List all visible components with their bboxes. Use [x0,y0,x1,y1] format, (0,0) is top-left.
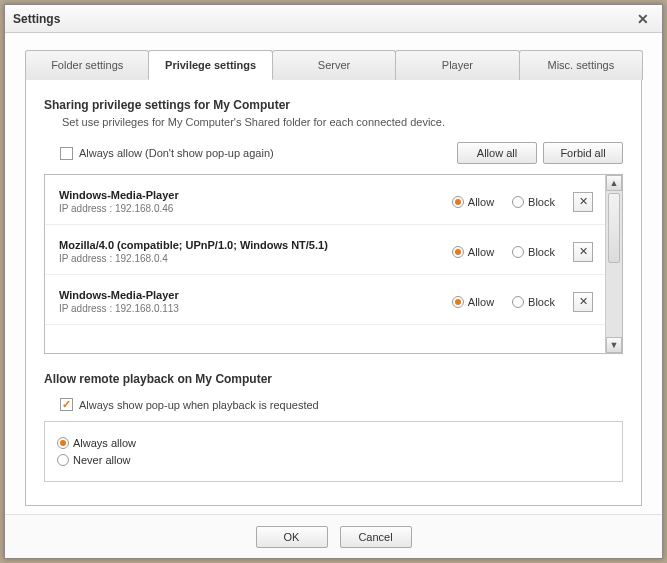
privilege-panel: Sharing privilege settings for My Comput… [25,80,642,506]
radio-icon [57,454,69,466]
block-label: Block [528,246,555,258]
device-block-radio[interactable]: Block [512,296,555,308]
device-name: Windows-Media-Player [59,289,442,301]
scroll-up-icon[interactable]: ▲ [606,175,622,191]
checkbox-icon [60,398,73,411]
scroll-track[interactable] [606,191,622,337]
sharing-desc: Set use privileges for My Computer's Sha… [62,116,623,128]
device-ip: IP address : 192.168.0.113 [59,303,442,314]
remote-always-label: Always allow [73,437,136,449]
dialog-footer: OK Cancel [5,514,662,558]
tab-folder-settings[interactable]: Folder settings [25,50,149,80]
allow-label: Allow [468,196,494,208]
radio-icon [512,296,524,308]
remote-title: Allow remote playback on My Computer [44,372,623,386]
remote-options-box: Always allow Never allow [44,421,623,482]
window-title: Settings [13,12,60,26]
device-list: Windows-Media-Player IP address : 192.16… [44,174,623,354]
device-remove-button[interactable]: ✕ [573,192,593,212]
device-allow-radio[interactable]: Allow [452,246,494,258]
scroll-down-icon[interactable]: ▼ [606,337,622,353]
device-row: Windows-Media-Player IP address : 192.16… [45,175,605,225]
scroll-thumb[interactable] [608,193,620,263]
remote-always-radio[interactable]: Always allow [57,437,610,449]
block-label: Block [528,196,555,208]
device-allow-radio[interactable]: Allow [452,296,494,308]
tab-misc-settings[interactable]: Misc. settings [519,50,643,80]
close-icon[interactable]: ✕ [632,10,654,28]
device-block-radio[interactable]: Block [512,246,555,258]
device-block-radio[interactable]: Block [512,196,555,208]
tab-player[interactable]: Player [395,50,519,80]
device-name: Windows-Media-Player [59,189,442,201]
device-remove-button[interactable]: ✕ [573,292,593,312]
radio-icon [452,246,464,258]
tab-privilege-settings[interactable]: Privilege settings [148,50,272,80]
tab-bar: Folder settings Privilege settings Serve… [25,49,642,80]
radio-icon [452,296,464,308]
remote-never-label: Never allow [73,454,130,466]
dialog-content: Folder settings Privilege settings Serve… [5,33,662,514]
allow-all-button[interactable]: Allow all [457,142,537,164]
sharing-top-row: Always allow (Don't show pop-up again) A… [44,142,623,164]
cancel-button[interactable]: Cancel [340,526,412,548]
titlebar: Settings ✕ [5,5,662,33]
device-allow-radio[interactable]: Allow [452,196,494,208]
remote-never-radio[interactable]: Never allow [57,454,610,466]
device-list-inner: Windows-Media-Player IP address : 192.16… [45,175,605,353]
radio-icon [512,196,524,208]
settings-dialog: Settings ✕ Folder settings Privilege set… [4,4,663,559]
remote-popup-label: Always show pop-up when playback is requ… [79,399,319,411]
device-remove-button[interactable]: ✕ [573,242,593,262]
tab-server[interactable]: Server [272,50,396,80]
ok-button[interactable]: OK [256,526,328,548]
radio-icon [452,196,464,208]
sharing-title: Sharing privilege settings for My Comput… [44,98,623,112]
remote-popup-checkbox[interactable]: Always show pop-up when playback is requ… [60,398,623,411]
device-ip: IP address : 192.168.0.46 [59,203,442,214]
device-row: Windows-Media-Player IP address : 192.16… [45,275,605,325]
allow-label: Allow [468,296,494,308]
radio-icon [512,246,524,258]
device-name: Mozilla/4.0 (compatible; UPnP/1.0; Windo… [59,239,442,251]
always-allow-checkbox[interactable]: Always allow (Don't show pop-up again) [60,147,274,160]
always-allow-label: Always allow (Don't show pop-up again) [79,147,274,159]
allow-label: Allow [468,246,494,258]
scrollbar[interactable]: ▲ ▼ [605,175,622,353]
radio-icon [57,437,69,449]
block-label: Block [528,296,555,308]
device-row: Mozilla/4.0 (compatible; UPnP/1.0; Windo… [45,225,605,275]
device-ip: IP address : 192.168.0.4 [59,253,442,264]
forbid-all-button[interactable]: Forbid all [543,142,623,164]
checkbox-icon [60,147,73,160]
